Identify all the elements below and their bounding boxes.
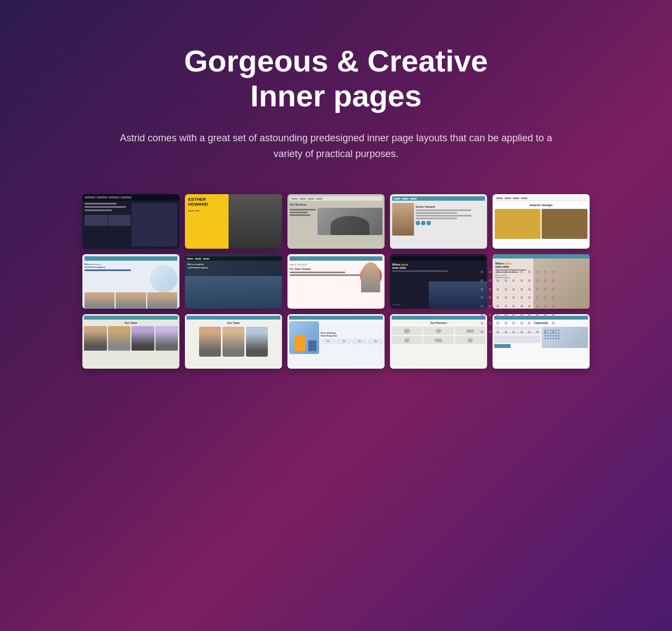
thumbnails-grid-wrapper: ESTHERHOWARD ABOUT ME Our Services xyxy=(82,194,590,369)
thumbnail-8[interactable]: about the stuff I'm Jane Cooper xyxy=(287,254,385,309)
dot-decoration xyxy=(481,271,557,336)
thumbnail-9[interactable]: Where ideasmeet skills Our History xyxy=(390,254,487,309)
thumbnail-3[interactable]: Our Services xyxy=(287,194,385,249)
thumbnail-14[interactable]: Our Partners xyxy=(390,314,487,369)
hero-section: Gorgeous & Creative Inner pages Astrid c… xyxy=(118,44,554,161)
thumbnail-6[interactable]: We're a creativearchitecture agency xyxy=(82,254,179,309)
thumbnail-4[interactable]: Esther Howard xyxy=(390,194,487,249)
thumbnail-1[interactable] xyxy=(82,194,179,249)
thumbnail-13[interactable]: We're BuildingSomething New 28 19 45 49 xyxy=(287,314,385,369)
thumbnail-2[interactable]: ESTHERHOWARD ABOUT ME xyxy=(185,194,282,249)
thumbnail-11[interactable]: Our Team xyxy=(82,314,179,369)
thumbnail-7[interactable]: We're a modernarchitecture agency xyxy=(185,254,282,309)
thumbnail-12[interactable]: Our Team xyxy=(185,314,282,369)
thumbnail-5[interactable]: Interior design xyxy=(493,194,590,249)
hero-subtitle: Astrid comes with a great set of astound… xyxy=(118,130,554,162)
hero-title: Gorgeous & Creative Inner pages xyxy=(118,44,554,114)
